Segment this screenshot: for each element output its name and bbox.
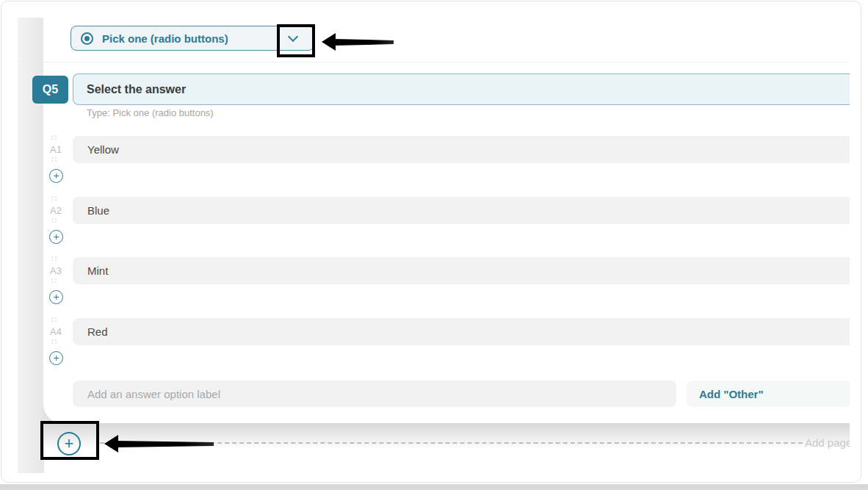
answer-row: ∷ A3 ∷ Mint + bbox=[0, 257, 868, 309]
add-answer-inline-button[interactable]: + bbox=[49, 230, 63, 244]
drag-handle-icon[interactable]: ∷ bbox=[51, 195, 57, 201]
add-answer-inline-button[interactable]: + bbox=[49, 169, 63, 183]
drag-handle-icon[interactable]: ∷ bbox=[51, 317, 57, 323]
annotation-box-dropdown bbox=[277, 24, 315, 57]
add-answer-input[interactable] bbox=[73, 381, 676, 407]
toolbar-divider bbox=[18, 62, 850, 62]
answer-id-label: A3 bbox=[46, 265, 66, 276]
add-answer-inline-button[interactable]: + bbox=[49, 290, 63, 304]
bottom-edge-bar bbox=[0, 484, 868, 490]
add-page-label-clip: Add page bbox=[805, 436, 850, 451]
add-answer-inline-button[interactable]: + bbox=[49, 351, 63, 365]
answer-row: ∷ A4 ∷ Red + bbox=[0, 318, 868, 370]
annotation-arrow-head bbox=[104, 435, 118, 453]
add-other-button[interactable]: Add "Other" bbox=[687, 381, 850, 407]
annotation-box-add-page bbox=[40, 421, 99, 460]
answer-id-label: A4 bbox=[46, 326, 66, 337]
question-title-input[interactable] bbox=[73, 73, 850, 105]
annotation-arrow-head bbox=[322, 33, 336, 51]
answer-id-label: A2 bbox=[46, 205, 66, 216]
drag-handle-icon[interactable]: ∷ bbox=[51, 339, 57, 345]
question-type-label: Pick one (radio buttons) bbox=[102, 32, 228, 45]
screenshot-canvas: Pick one (radio buttons) Q5 Type: Pick o… bbox=[0, 0, 868, 490]
drag-handle-icon[interactable]: ∷ bbox=[51, 156, 57, 162]
answer-row: ∷ A2 ∷ Blue + bbox=[0, 197, 868, 248]
add-page-label: Add page bbox=[805, 436, 850, 449]
answer-option-input[interactable]: Yellow bbox=[73, 136, 850, 163]
answer-option-input[interactable]: Blue bbox=[73, 197, 850, 224]
question-number-badge: Q5 bbox=[32, 76, 68, 104]
answer-option-input[interactable]: Mint bbox=[73, 257, 850, 284]
answer-option-input[interactable]: Red bbox=[73, 318, 850, 345]
drag-handle-icon[interactable]: ∷ bbox=[51, 278, 57, 284]
drag-handle-icon[interactable]: ∷ bbox=[51, 217, 57, 223]
radio-button-icon bbox=[81, 32, 93, 45]
drag-handle-icon[interactable]: ∷ bbox=[51, 256, 57, 262]
answer-id-label: A1 bbox=[46, 144, 66, 155]
drag-handle-icon[interactable]: ∷ bbox=[51, 134, 57, 140]
answer-row: ∷ A1 ∷ Yellow + bbox=[0, 136, 868, 187]
question-type-caption: Type: Pick one (radio buttons) bbox=[87, 107, 214, 118]
